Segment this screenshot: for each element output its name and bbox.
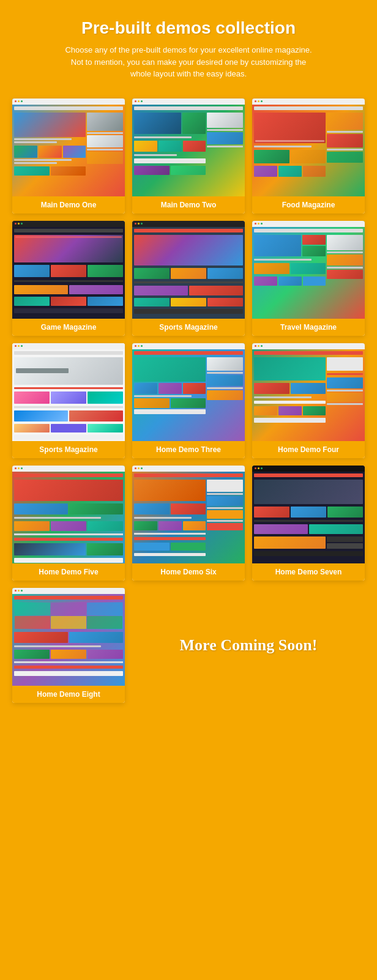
- demo-preview-food-magazine: [252, 98, 365, 196]
- demo-label-food-magazine: Food Magazine: [252, 196, 365, 213]
- demo-label-sports-magazine-2: Sports Magazine: [12, 441, 125, 458]
- demo-label-main-demo-two: Main Demo Two: [132, 196, 245, 213]
- demo-label-sports-magazine: Sports Magazine: [132, 319, 245, 336]
- page-wrapper: Pre-built demos collection Choose any of…: [0, 0, 377, 735]
- demo-preview-main-demo-two: [132, 98, 245, 196]
- demo-preview-home-demo-five: [12, 466, 125, 563]
- more-coming-soon-cell: More Coming Soon!: [132, 588, 365, 703]
- demos-grid-row5: Home Demo Eight More Coming Soon!: [12, 588, 365, 703]
- more-coming-soon-text: More Coming Soon!: [180, 596, 318, 694]
- demo-preview-home-demo-eight: [12, 588, 125, 686]
- demo-card-home-demo-eight[interactable]: Home Demo Eight: [12, 588, 125, 703]
- demo-card-main-demo-two[interactable]: Main Demo Two: [132, 98, 245, 213]
- demo-card-travel-magazine[interactable]: Travel Magazine: [252, 221, 365, 336]
- demo-label-home-demo-four: Home Demo Four: [252, 441, 365, 458]
- demo-label-travel-magazine: Travel Magazine: [252, 319, 365, 336]
- demo-label-game-magazine: Game Magazine: [12, 319, 125, 336]
- demo-preview-travel-magazine: [252, 221, 365, 319]
- demos-grid-row1: Main Demo One: [12, 98, 365, 213]
- more-coming-soon-label: More Coming Soon!: [180, 635, 318, 656]
- demo-preview-sports-magazine-2: [12, 343, 125, 441]
- demo-card-sports-magazine[interactable]: Sports Magazine: [132, 221, 245, 336]
- demo-card-game-magazine[interactable]: Game Magazine: [12, 221, 125, 336]
- demo-card-home-demo-six[interactable]: Home Demo Six: [132, 466, 245, 581]
- demo-card-sports-magazine-2[interactable]: Sports Magazine: [12, 343, 125, 458]
- demo-label-home-demo-seven: Home Demo Seven: [252, 563, 365, 581]
- demo-preview-game-magazine: [12, 221, 125, 319]
- demo-card-food-magazine[interactable]: Food Magazine: [252, 98, 365, 213]
- page-description: Choose any of the pre-built demos for yo…: [60, 44, 317, 80]
- demo-preview-home-demo-four: [252, 343, 365, 441]
- demo-label-main-demo-one: Main Demo One: [12, 196, 125, 213]
- demo-label-home-demo-eight: Home Demo Eight: [12, 686, 125, 703]
- demo-card-home-demo-seven[interactable]: Home Demo Seven: [252, 466, 365, 581]
- demo-card-home-demo-three[interactable]: Home Demo Three: [132, 343, 245, 458]
- demo-card-home-demo-four[interactable]: Home Demo Four: [252, 343, 365, 458]
- demo-label-home-demo-three: Home Demo Three: [132, 441, 245, 458]
- demos-grid-row4: Home Demo Five: [12, 466, 365, 581]
- page-header: Pre-built demos collection Choose any of…: [12, 18, 365, 80]
- demo-card-home-demo-five[interactable]: Home Demo Five: [12, 466, 125, 581]
- demo-label-home-demo-five: Home Demo Five: [12, 563, 125, 581]
- demos-grid-row3: Sports Magazine: [12, 343, 365, 458]
- demo-preview-home-demo-six: [132, 466, 245, 563]
- demo-label-home-demo-six: Home Demo Six: [132, 563, 245, 581]
- demos-grid-row2: Game Magazine: [12, 221, 365, 336]
- page-title: Pre-built demos collection: [12, 18, 365, 38]
- demo-card-main-demo-one[interactable]: Main Demo One: [12, 98, 125, 213]
- demo-preview-home-demo-seven: [252, 466, 365, 563]
- demo-preview-home-demo-three: [132, 343, 245, 441]
- demo-preview-main-demo-one: [12, 98, 125, 196]
- demo-preview-sports-magazine: [132, 221, 245, 319]
